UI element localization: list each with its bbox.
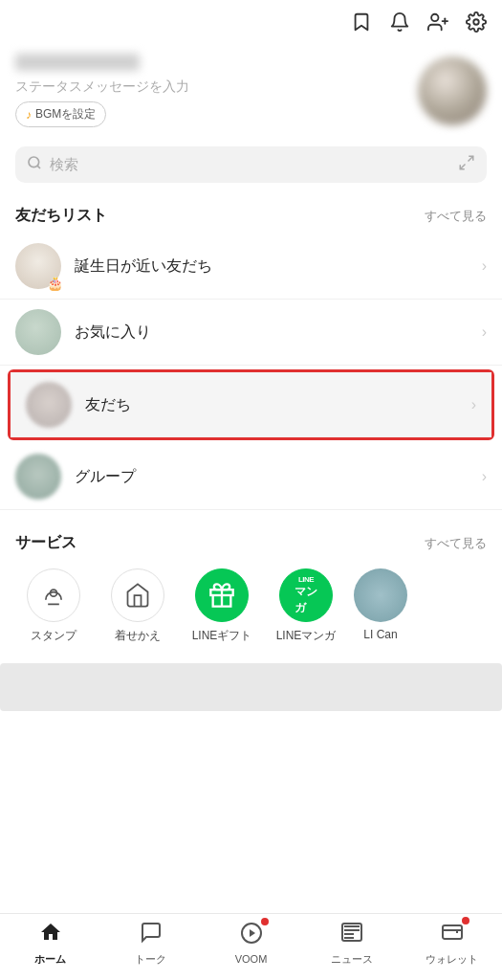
svg-point-4: [29, 157, 39, 167]
profile-avatar: [418, 56, 487, 125]
search-bar[interactable]: 検索: [15, 146, 487, 183]
friend-name-favorites: お気に入り: [75, 323, 469, 343]
music-icon: ♪: [26, 108, 32, 122]
friend-avatar-groups: [15, 454, 61, 500]
service-item-gift[interactable]: LINEギフト: [184, 568, 260, 644]
talk-icon: [140, 921, 163, 949]
gift-label: LINEギフト: [192, 628, 252, 644]
friends-section-header: 友だちリスト すべて見る: [0, 190, 502, 234]
svg-point-3: [473, 19, 479, 25]
bookmark-icon[interactable]: [351, 11, 372, 38]
friend-avatar-favorites: [15, 309, 61, 355]
chevron-right-icon-3: ›: [471, 396, 476, 413]
manga-kanji-text: マンガ: [295, 584, 317, 616]
friends-section-title: 友だちリスト: [15, 206, 107, 226]
bgm-label: BGMを設定: [35, 106, 96, 122]
birthday-badge: 🎂: [47, 276, 63, 291]
services-section-header: サービス すべて見る: [0, 518, 502, 561]
friends-see-all[interactable]: すべて見る: [425, 208, 487, 225]
friend-name-birthday: 誕生日が近い友だち: [75, 256, 469, 277]
svg-line-7: [460, 165, 465, 169]
services-section-title: サービス: [15, 533, 76, 553]
camera-icon-wrap: [354, 568, 407, 622]
svg-line-6: [469, 156, 473, 161]
friend-item-favorites[interactable]: お気に入り ›: [0, 300, 502, 366]
svg-marker-12: [250, 929, 255, 937]
bottom-nav: ホーム トーク VOOM ニュース: [0, 913, 502, 980]
services-grid: スタンプ 着せかえ LINEギフト: [0, 561, 502, 656]
service-item-camera[interactable]: LI Can: [352, 568, 409, 644]
bell-icon[interactable]: [389, 11, 410, 38]
friend-item-groups[interactable]: グループ ›: [0, 444, 502, 510]
profile-section: ステータスメッセージを入力 ♪ BGMを設定: [0, 46, 502, 139]
chevron-right-icon-2: ›: [482, 323, 487, 341]
profile-status: ステータスメッセージを入力: [15, 78, 403, 96]
chevron-right-icon: ›: [482, 257, 487, 275]
friend-item-birthday[interactable]: 🎂 誕生日が近い友だち ›: [0, 234, 502, 300]
voom-icon: [240, 922, 263, 950]
service-item-stamp[interactable]: スタンプ: [15, 568, 92, 644]
home-label: ホーム: [34, 952, 66, 967]
home-icon: [39, 921, 62, 949]
news-label: ニュース: [331, 952, 373, 967]
add-friend-icon[interactable]: [427, 11, 448, 38]
chevron-right-icon-4: ›: [482, 468, 487, 485]
svg-line-5: [37, 166, 40, 168]
manga-line-text: LINE: [298, 575, 314, 584]
manga-icon-inner: LINE マンガ: [280, 569, 332, 621]
theme-label: 着せかえ: [115, 628, 161, 644]
gray-bar: [0, 663, 502, 711]
settings-icon[interactable]: [466, 11, 487, 38]
friend-name-friends: 友だち: [85, 395, 458, 415]
nav-item-news[interactable]: ニュース: [323, 921, 381, 967]
svg-rect-14: [443, 925, 462, 939]
theme-icon-wrap: [111, 568, 164, 622]
wallet-badge: [462, 917, 469, 924]
friend-name-groups: グループ: [75, 467, 469, 487]
stamp-label: スタンプ: [31, 628, 76, 644]
expand-icon[interactable]: [458, 154, 475, 175]
friend-avatar-friends: [26, 382, 72, 428]
top-header: [0, 0, 502, 46]
search-placeholder: 検索: [50, 156, 450, 174]
camera-label: LI Can: [363, 628, 397, 641]
voom-label: VOOM: [235, 953, 268, 965]
nav-item-home[interactable]: ホーム: [22, 921, 79, 967]
wallet-label: ウォレット: [426, 952, 478, 967]
friend-item-friends-highlighted-wrapper: 友だち ›: [8, 369, 494, 440]
bgm-button[interactable]: ♪ BGMを設定: [15, 101, 106, 127]
talk-label: トーク: [135, 952, 166, 967]
stamp-icon-wrap: [27, 568, 80, 622]
gift-icon-wrap: [195, 568, 249, 622]
service-item-manga[interactable]: LINE マンガ LINEマンガ: [268, 568, 344, 644]
services-see-all[interactable]: すべて見る: [425, 535, 487, 552]
nav-item-voom[interactable]: VOOM: [223, 922, 280, 965]
manga-icon-wrap: LINE マンガ: [279, 568, 333, 622]
friend-avatar-birthday: 🎂: [15, 243, 61, 289]
nav-item-wallet[interactable]: ウォレット: [424, 921, 481, 967]
services-section: サービス すべて見る スタンプ 着せかえ: [0, 518, 502, 656]
voom-badge: [261, 918, 269, 925]
news-icon: [340, 921, 363, 949]
service-item-theme[interactable]: 着せかえ: [99, 568, 176, 644]
manga-label: LINEマンガ: [276, 628, 337, 644]
nav-item-talk[interactable]: トーク: [122, 921, 180, 967]
search-icon: [27, 155, 42, 174]
svg-point-0: [431, 14, 438, 21]
wallet-icon: [441, 921, 464, 949]
friend-item-friends[interactable]: 友だち ›: [11, 372, 491, 437]
